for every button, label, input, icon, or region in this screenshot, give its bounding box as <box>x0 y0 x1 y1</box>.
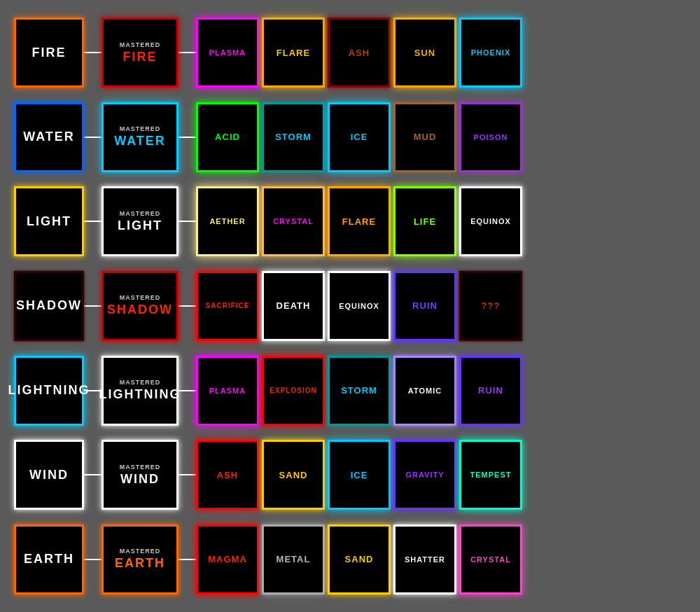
mastered-cell-earth: MASTEREDEARTH <box>102 524 178 594</box>
connector-line <box>84 474 102 475</box>
base-cell-light: LIGHT <box>14 186 84 256</box>
derived-group: AETHERCRYSTALFLARELIFEEQUINOX <box>196 186 522 256</box>
mastered-cell-fire: MASTEREDFIRE <box>102 18 178 88</box>
row-5: WINDMASTEREDWINDASHSANDICEGRAVITYTEMPEST <box>14 436 686 513</box>
mastered-cell-light: MASTEREDLIGHT <box>102 186 178 256</box>
mastered-cell-water: MASTEREDWATER <box>102 102 178 172</box>
derived-cell-crystal-4: CRYSTAL <box>459 524 522 594</box>
connector-line <box>84 221 102 222</box>
derived-cell-aether-0: AETHER <box>196 186 259 256</box>
derived-cell-storm-1: STORM <box>262 102 325 172</box>
derived-group: PLASMAFLAREASHSUNPHOENIX <box>196 18 522 88</box>
derived-cell-ash-2: ASH <box>328 18 391 88</box>
connector-line <box>178 221 196 222</box>
derived-cell-tempest-4: TEMPEST <box>459 440 522 510</box>
derived-cell-sand-1: SAND <box>262 440 325 510</box>
connector-line <box>84 137 102 138</box>
derived-cell-plasma-0: PLASMA <box>196 18 259 88</box>
derived-cell-plasma-0: PLASMA <box>196 356 259 426</box>
derived-cell-atomic-3: ATOMIC <box>393 356 456 426</box>
derived-cell-life-3: LIFE <box>393 186 456 256</box>
derived-cell-equinox-2: EQUINOX <box>328 271 391 341</box>
derived-cell-sun-3: SUN <box>393 18 456 88</box>
derived-cell-mud-3: MUD <box>393 102 456 172</box>
derived-cell-storm-2: STORM <box>328 356 391 426</box>
derived-cell-flare-1: FLARE <box>262 18 325 88</box>
derived-cell-unknown??-4: ??? <box>459 271 522 341</box>
base-cell-fire: FIRE <box>14 18 84 88</box>
derived-group: ASHSANDICEGRAVITYTEMPEST <box>196 440 522 510</box>
derived-group: ACIDSTORMICEMUDPOISON <box>196 102 522 172</box>
derived-cell-crystal-1: CRYSTAL <box>262 186 325 256</box>
connector-line <box>84 52 102 53</box>
connector-line <box>178 52 196 53</box>
derived-cell-death-1: DEATH <box>262 271 325 341</box>
derived-cell-flare-2: FLARE <box>328 186 391 256</box>
connector-line <box>178 305 196 307</box>
element-chart: FIREMASTEREDFIREPLASMAFLAREASHSUNPHOENIX… <box>7 5 693 607</box>
connector-line <box>178 559 196 560</box>
derived-cell-ruin-3: RUIN <box>393 271 456 341</box>
connector-line <box>178 390 196 391</box>
mastered-cell-lightning: MASTEREDLIGHTNING <box>102 356 178 426</box>
connector-line <box>84 559 102 560</box>
base-cell-earth: EARTH <box>14 524 84 594</box>
mastered-cell-wind: MASTEREDWIND <box>102 440 178 510</box>
base-cell-shadow: SHADOW <box>14 271 84 341</box>
row-3: SHADOWMASTEREDSHADOWSACRIFICEDEATHEQUINO… <box>14 267 686 345</box>
base-cell-lightning: LIGHTNING <box>14 356 84 426</box>
row-6: EARTHMASTEREDEARTHMAGMAMETALSANDSHATTERC… <box>14 521 686 598</box>
connector-line <box>84 305 102 307</box>
row-1: WATERMASTEREDWATERACIDSTORMICEMUDPOISON <box>14 99 686 176</box>
derived-cell-shatter-3: SHATTER <box>393 524 456 594</box>
connector-line <box>178 474 196 475</box>
derived-cell-acid-0: ACID <box>196 102 259 172</box>
derived-cell-equinox-4: EQUINOX <box>459 186 522 256</box>
derived-cell-ice-2: ICE <box>328 440 391 510</box>
derived-cell-phoenix-4: PHOENIX <box>459 18 522 88</box>
row-4: LIGHTNINGMASTEREDLIGHTNINGPLASMAEXPLOSIO… <box>14 352 686 429</box>
derived-group: MAGMAMETALSANDSHATTERCRYSTAL <box>196 524 522 594</box>
derived-cell-metal-1: METAL <box>262 524 325 594</box>
derived-cell-magma-0: MAGMA <box>196 524 259 594</box>
derived-cell-gravity-3: GRAVITY <box>393 440 456 510</box>
mastered-cell-shadow: MASTEREDSHADOW <box>102 271 178 341</box>
derived-group: PLASMAEXPLOSIONSTORMATOMICRUIN <box>196 356 522 426</box>
row-2: LIGHTMASTEREDLIGHTAETHERCRYSTALFLARELIFE… <box>14 183 686 260</box>
derived-cell-sand-2: SAND <box>328 524 391 594</box>
derived-cell-ice-2: ICE <box>328 102 391 172</box>
row-0: FIREMASTEREDFIREPLASMAFLAREASHSUNPHOENIX <box>14 14 686 91</box>
derived-group: SACRIFICEDEATHEQUINOXRUIN??? <box>196 271 522 341</box>
derived-cell-explosion-1: EXPLOSION <box>262 356 325 426</box>
derived-cell-sacrifice-0: SACRIFICE <box>196 271 259 341</box>
derived-cell-ruin-4: RUIN <box>459 356 522 426</box>
derived-cell-poison-4: POISON <box>459 102 522 172</box>
connector-line <box>178 137 196 138</box>
derived-cell-ash-0: ASH <box>196 440 259 510</box>
base-cell-water: WATER <box>14 102 84 172</box>
base-cell-wind: WIND <box>14 440 84 510</box>
